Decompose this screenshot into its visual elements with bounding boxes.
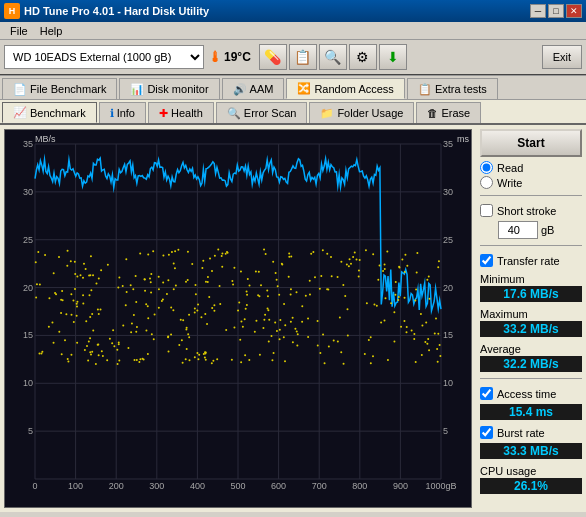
error-scan-icon: 🔍 — [227, 107, 241, 120]
average-label: Average — [480, 343, 582, 355]
access-time-checkbox[interactable] — [480, 387, 493, 400]
tab-erase[interactable]: 🗑 Erase — [416, 102, 481, 123]
transfer-rate-label: Transfer rate — [497, 255, 560, 267]
maximum-section: Maximum 33.2 MB/s — [480, 308, 582, 337]
benchmark-label: Benchmark — [30, 107, 86, 119]
maximum-label: Maximum — [480, 308, 582, 320]
menu-bar: File Help — [0, 22, 586, 40]
short-stroke-label: Short stroke — [497, 205, 556, 217]
temperature-icon: 🌡 — [208, 47, 222, 67]
burst-rate-checkbox[interactable] — [480, 426, 493, 439]
short-stroke-checkbox[interactable] — [480, 204, 493, 217]
burst-rate-row: Burst rate — [480, 426, 582, 439]
tab-aam[interactable]: 🔊 AAM — [222, 78, 285, 99]
title-bar: H HD Tune Pro 4.01 - Hard Disk Utility ─… — [0, 0, 586, 22]
right-panel: Start Read Write Short stroke gB — [476, 125, 586, 512]
read-radio-row: Read — [480, 161, 582, 174]
chart-container — [4, 129, 472, 508]
burst-rate-value: 33.3 MB/s — [480, 443, 582, 459]
aam-label: AAM — [250, 83, 274, 95]
minimum-label: Minimum — [480, 273, 582, 285]
minimize-button[interactable]: ─ — [530, 4, 546, 18]
icon-btn-3[interactable]: 🔍 — [319, 44, 347, 70]
divider-2 — [480, 245, 582, 246]
toolbar-icons: 💊 📋 🔍 ⚙ ⬇ — [259, 44, 407, 70]
file-benchmark-icon: 📄 — [13, 83, 27, 96]
info-label: Info — [117, 107, 135, 119]
aam-icon: 🔊 — [233, 83, 247, 96]
error-scan-label: Error Scan — [244, 107, 297, 119]
write-radio-row: Write — [480, 176, 582, 189]
short-stroke-input[interactable] — [498, 221, 538, 239]
icon-btn-2[interactable]: 📋 — [289, 44, 317, 70]
app-icon: H — [4, 3, 20, 19]
health-label: Health — [171, 107, 203, 119]
tab-random-access[interactable]: 🔀 Random Access — [286, 78, 404, 99]
access-time-value: 15.4 ms — [480, 404, 582, 420]
benchmark-icon: 📈 — [13, 106, 27, 119]
health-icon: ✚ — [159, 107, 168, 120]
divider-1 — [480, 195, 582, 196]
random-access-icon: 🔀 — [297, 82, 311, 95]
average-section: Average 32.2 MB/s — [480, 343, 582, 372]
divider-3 — [480, 378, 582, 379]
maximize-button[interactable]: □ — [548, 4, 564, 18]
title-bar-controls: ─ □ ✕ — [530, 4, 582, 18]
tab-extra-tests[interactable]: 📋 Extra tests — [407, 78, 498, 99]
menu-file[interactable]: File — [4, 24, 34, 38]
tabs-row2: 📈 Benchmark ℹ Info ✚ Health 🔍 Error Scan… — [0, 100, 586, 125]
tab-benchmark[interactable]: 📈 Benchmark — [2, 102, 97, 123]
minimum-section: Minimum 17.6 MB/s — [480, 273, 582, 302]
gb-label: gB — [541, 224, 554, 236]
burst-rate-label: Burst rate — [497, 427, 545, 439]
minimum-value: 17.6 MB/s — [480, 286, 582, 302]
disk-monitor-label: Disk monitor — [147, 83, 208, 95]
toolbar: WD 10EADS External (1000 gB) 🌡 19°C 💊 📋 … — [0, 40, 586, 76]
close-button[interactable]: ✕ — [566, 4, 582, 18]
start-button[interactable]: Start — [480, 129, 582, 157]
info-icon: ℹ — [110, 107, 114, 120]
title-bar-text: HD Tune Pro 4.01 - Hard Disk Utility — [24, 5, 209, 17]
drive-select[interactable]: WD 10EADS External (1000 gB) — [4, 45, 204, 69]
folder-usage-icon: 📁 — [320, 107, 334, 120]
exit-button[interactable]: Exit — [542, 45, 582, 69]
read-radio[interactable] — [480, 161, 493, 174]
tab-info[interactable]: ℹ Info — [99, 102, 146, 123]
erase-label: Erase — [441, 107, 470, 119]
tab-health[interactable]: ✚ Health — [148, 102, 214, 123]
maximum-value: 33.2 MB/s — [480, 321, 582, 337]
main-content: Start Read Write Short stroke gB — [0, 125, 586, 512]
read-label: Read — [497, 162, 523, 174]
temperature-display: 🌡 19°C — [208, 47, 251, 67]
tab-file-benchmark[interactable]: 📄 File Benchmark — [2, 78, 117, 99]
file-benchmark-label: File Benchmark — [30, 83, 106, 95]
tab-error-scan[interactable]: 🔍 Error Scan — [216, 102, 308, 123]
extra-tests-label: Extra tests — [435, 83, 487, 95]
icon-btn-1[interactable]: 💊 — [259, 44, 287, 70]
erase-icon: 🗑 — [427, 107, 438, 119]
short-stroke-row: Short stroke — [480, 204, 582, 217]
write-label: Write — [497, 177, 522, 189]
transfer-rate-row: Transfer rate — [480, 254, 582, 267]
cpu-usage-value: 26.1% — [480, 478, 582, 494]
title-bar-left: H HD Tune Pro 4.01 - Hard Disk Utility — [4, 3, 209, 19]
tab-folder-usage[interactable]: 📁 Folder Usage — [309, 102, 414, 123]
average-value: 32.2 MB/s — [480, 356, 582, 372]
chart-area — [0, 125, 476, 512]
cpu-usage-label: CPU usage — [480, 465, 582, 477]
tabs-row1: 📄 File Benchmark 📊 Disk monitor 🔊 AAM 🔀 … — [0, 76, 586, 100]
temperature-value: 19°C — [224, 50, 251, 64]
write-radio[interactable] — [480, 176, 493, 189]
access-time-label: Access time — [497, 388, 556, 400]
menu-help[interactable]: Help — [34, 24, 69, 38]
benchmark-chart — [5, 130, 471, 507]
tab-disk-monitor[interactable]: 📊 Disk monitor — [119, 78, 219, 99]
icon-btn-4[interactable]: ⚙ — [349, 44, 377, 70]
access-time-row: Access time — [480, 387, 582, 400]
mode-radio-group: Read Write — [480, 161, 582, 189]
icon-btn-5[interactable]: ⬇ — [379, 44, 407, 70]
extra-tests-icon: 📋 — [418, 83, 432, 96]
disk-monitor-icon: 📊 — [130, 83, 144, 96]
transfer-rate-checkbox[interactable] — [480, 254, 493, 267]
cpu-usage-section: CPU usage 26.1% — [480, 465, 582, 494]
